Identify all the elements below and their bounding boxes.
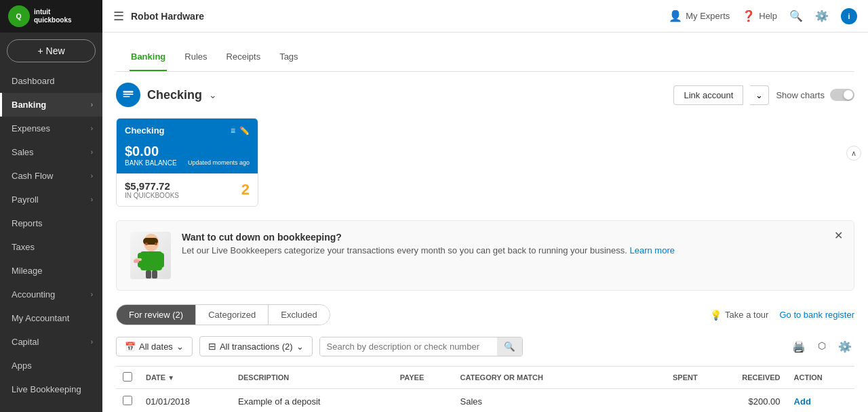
show-charts-label: Show charts xyxy=(776,89,854,101)
sidebar-item-payroll[interactable]: Payroll › xyxy=(0,188,102,211)
link-account-button[interactable]: Link account xyxy=(673,85,743,105)
svg-point-14 xyxy=(155,243,157,245)
tab-for-review[interactable]: For review (2) xyxy=(117,305,196,325)
sidebar-item-live-bookkeeping[interactable]: Live Bookkeeping xyxy=(0,377,102,401)
date-filter-button[interactable]: 📅 All dates ⌄ xyxy=(116,337,193,356)
link-account-dropdown[interactable]: ⌄ xyxy=(750,85,769,105)
sales-chevron: › xyxy=(91,148,93,156)
svg-text:Q: Q xyxy=(16,12,22,20)
search-button[interactable]: 🔍 xyxy=(497,337,522,356)
bank-balance-label: BANK BALANCE Updated moments ago xyxy=(125,159,250,167)
row1-action[interactable]: Add xyxy=(787,389,854,413)
new-button[interactable]: + New xyxy=(7,39,96,62)
transactions-filter-button[interactable]: ⊟ All transactions (2) ⌄ xyxy=(199,336,313,356)
search-button[interactable]: 🔍 xyxy=(789,9,803,22)
sidebar-item-reports[interactable]: Reports xyxy=(0,211,102,235)
transaction-tab-actions: 💡 Take a tour Go to bank register xyxy=(710,310,854,321)
tab-banking[interactable]: Banking xyxy=(130,43,167,71)
svg-rect-4 xyxy=(123,96,130,98)
sidebar-item-dashboard[interactable]: Dashboard xyxy=(0,69,102,93)
bank-register-link[interactable]: Go to bank register xyxy=(779,310,854,320)
payee-header[interactable]: PAYEE xyxy=(393,367,454,389)
spent-header[interactable]: SPENT xyxy=(632,367,705,389)
learn-more-link[interactable]: Learn more xyxy=(630,245,675,255)
sidebar-item-mileage[interactable]: Mileage xyxy=(0,259,102,283)
row1-date: 01/01/2018 xyxy=(139,389,231,413)
action-header[interactable]: ACTION xyxy=(787,367,854,389)
bank-card-title: Checking xyxy=(125,125,165,136)
account-dropdown-icon[interactable]: ⌄ xyxy=(209,89,217,100)
payroll-chevron: › xyxy=(91,196,93,203)
list-icon[interactable]: ≡ xyxy=(231,126,235,136)
help-button[interactable]: ❓ Help xyxy=(742,9,777,22)
svg-rect-2 xyxy=(123,91,134,93)
bank-card-balance: $0.00 BANK BALANCE Updated moments ago xyxy=(117,142,258,173)
bank-card-header: Checking ≡ ✏️ xyxy=(117,119,258,142)
tab-excluded[interactable]: Excluded xyxy=(269,305,329,325)
svg-rect-11 xyxy=(152,270,157,279)
bank-card-footer: $5,977.72 IN QUICKBOOKS 2 xyxy=(117,173,258,206)
quickbooks-logo: Q intuitquickbooks xyxy=(8,5,72,27)
sidebar-item-accounting[interactable]: Accounting › xyxy=(0,283,102,306)
received-header[interactable]: RECEIVED xyxy=(705,367,787,389)
tab-categorized[interactable]: Categorized xyxy=(196,305,269,325)
sidebar-item-cashflow[interactable]: Cash Flow › xyxy=(0,164,102,188)
sidebar-item-banking[interactable]: Banking › xyxy=(0,93,102,117)
svg-rect-8 xyxy=(157,253,164,268)
user-avatar[interactable]: i xyxy=(841,8,857,24)
calendar-icon: 📅 xyxy=(125,342,136,352)
tab-tags[interactable]: Tags xyxy=(278,43,299,71)
collapse-section-button[interactable]: ∧ xyxy=(846,146,861,161)
sidebar-item-taxes[interactable]: Taxes xyxy=(0,235,102,259)
print-icon[interactable]: 🖨️ xyxy=(789,337,808,356)
filter-icons: 🖨️ ⬡ ⚙️ xyxy=(789,337,854,356)
row1-checkbox[interactable] xyxy=(123,396,132,405)
sidebar-item-expenses[interactable]: Expenses › xyxy=(0,117,102,140)
account-icon xyxy=(116,83,140,107)
expenses-chevron: › xyxy=(91,125,93,132)
bank-card: Checking ≡ ✏️ $0.00 BANK BALANCE Updated… xyxy=(116,118,258,207)
transactions-table: DATE ▼ DESCRIPTION PAYEE CATEGORY OR MAT… xyxy=(116,366,854,412)
bank-balance-amount: $0.00 xyxy=(125,144,250,159)
sidebar-item-capital[interactable]: Capital › xyxy=(0,330,102,354)
settings-button[interactable]: ⚙️ xyxy=(815,9,829,22)
promo-close-button[interactable]: ✕ xyxy=(834,229,843,242)
edit-icon[interactable]: ✏️ xyxy=(239,126,250,136)
gear-icon: ⚙️ xyxy=(815,9,829,22)
qb-logo-text: intuitquickbooks xyxy=(34,8,72,24)
svg-point-13 xyxy=(145,243,148,245)
logo-area: Q intuitquickbooks xyxy=(0,0,102,33)
promo-description: Let our Live Bookkeepers categorize your… xyxy=(182,245,675,255)
dropdown-chevron-icon: ⌄ xyxy=(755,90,763,100)
description-header[interactable]: DESCRIPTION xyxy=(231,367,393,389)
row1-payee xyxy=(393,389,454,413)
transaction-tabs-bar: For review (2) Categorized Excluded 💡 Ta… xyxy=(116,304,854,325)
person-icon: 👤 xyxy=(669,9,682,22)
select-all-checkbox[interactable] xyxy=(123,372,132,382)
show-charts-toggle[interactable] xyxy=(830,89,854,101)
transactions-chevron-icon: ⌄ xyxy=(296,342,304,352)
accounting-chevron: › xyxy=(91,291,93,298)
search-input[interactable] xyxy=(320,337,497,356)
take-tour-button[interactable]: 💡 Take a tour xyxy=(710,310,768,321)
banking-chevron: › xyxy=(91,101,93,108)
filters-bar: 📅 All dates ⌄ ⊟ All transactions (2) ⌄ 🔍 xyxy=(116,336,854,356)
company-name: Robot Hardware xyxy=(131,11,204,22)
sidebar-item-sales[interactable]: Sales › xyxy=(0,140,102,164)
settings-icon[interactable]: ⚙️ xyxy=(835,337,854,356)
sidebar-item-apps[interactable]: Apps xyxy=(0,354,102,377)
category-header[interactable]: CATEGORY OR MATCH xyxy=(453,367,631,389)
cashflow-chevron: › xyxy=(91,172,93,180)
qb-balance: $5,977.72 IN QUICKBOOKS xyxy=(125,180,179,199)
qb-logo-icon: Q xyxy=(8,5,30,27)
row1-description: Example of a deposit xyxy=(231,389,393,413)
tab-rules[interactable]: Rules xyxy=(183,43,208,71)
tab-receipts[interactable]: Receipts xyxy=(225,43,262,71)
date-header[interactable]: DATE ▼ xyxy=(139,367,231,389)
sidebar-item-my-accountant[interactable]: My Accountant xyxy=(0,306,102,330)
banking-content: Banking Rules Receipts Tags Checking xyxy=(102,33,868,412)
my-experts-button[interactable]: 👤 My Experts xyxy=(669,9,730,22)
export-icon[interactable]: ⬡ xyxy=(815,337,829,356)
hamburger-menu-icon[interactable]: ☰ xyxy=(113,9,124,24)
svg-rect-16 xyxy=(134,260,139,263)
